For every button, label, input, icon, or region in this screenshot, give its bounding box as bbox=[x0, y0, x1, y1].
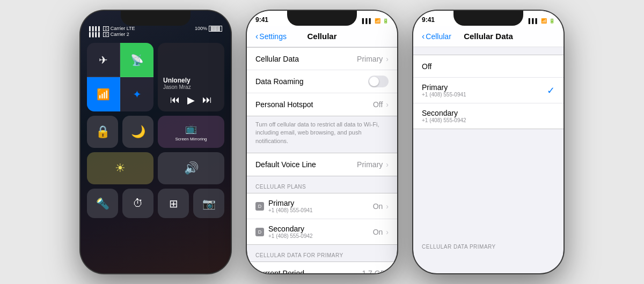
status-icons-3: ▌▌▌ 📶 🔋 bbox=[529, 18, 555, 24]
cellular-data-label: Cellular Data bbox=[255, 55, 357, 63]
connectivity-block[interactable]: ✈ 📡 📶 ✦ bbox=[87, 43, 153, 111]
time-3: 9:41 bbox=[422, 16, 435, 24]
status-icons-2: ▌▌▌ 📶 🔋 bbox=[362, 18, 389, 24]
rotation-lock-button[interactable]: 🔒 bbox=[87, 116, 118, 148]
camera-button[interactable]: 📷 bbox=[193, 189, 224, 218]
cellular-data-row[interactable]: Cellular Data Primary › bbox=[247, 48, 397, 70]
back-label: Settings bbox=[259, 32, 287, 41]
cellular-data-primary-header: CELLULAR DATA FOR PRIMARY bbox=[247, 245, 397, 261]
bluetooth-button[interactable]: ✦ bbox=[120, 77, 153, 111]
phone-1: ▌▌▌▌ D Carrier LTE 100% ▓▓▓ ▌▌▌▌ D Carri… bbox=[80, 11, 231, 273]
off-label: Off bbox=[422, 62, 555, 71]
flashlight-button[interactable]: 🔦 bbox=[87, 189, 118, 218]
phone-3: 9:41 ▌▌▌ 📶 🔋 ‹ Cellular Cellular Data bbox=[413, 11, 564, 273]
personal-hotspot-value: Off bbox=[373, 100, 383, 109]
phone-2-screen: 9:41 ▌▌▌ 📶 🔋 ‹ Settings Cellular bbox=[247, 11, 397, 273]
primary-select-label: Primary +1 (408) 555-0941 bbox=[422, 83, 543, 98]
carrier-2: ▌▌▌▌ D Carrier 2 bbox=[89, 32, 129, 37]
primary-plan-value: On bbox=[373, 202, 383, 211]
time-2: 9:41 bbox=[255, 16, 268, 24]
music-controls[interactable]: ⏮ ▶ ⏭ bbox=[163, 94, 219, 106]
settings-back-button[interactable]: ‹ Settings bbox=[255, 32, 287, 41]
phone-3-screen: 9:41 ▌▌▌ 📶 🔋 ‹ Cellular Cellular Data bbox=[413, 11, 564, 273]
bluetooth-icon: ✦ bbox=[133, 88, 142, 101]
carrier-lte: ▌▌▌▌ D Carrier LTE bbox=[89, 26, 135, 31]
music-title: Unlonely bbox=[163, 77, 219, 84]
signal-icon: ▌▌▌ bbox=[362, 18, 372, 24]
brightness-button[interactable]: ☀ bbox=[87, 152, 153, 184]
secondary-plan-value: On bbox=[373, 228, 383, 236]
cellular-settings: 9:41 ▌▌▌ 📶 🔋 ‹ Settings Cellular bbox=[247, 11, 397, 273]
primary-plan-label: Primary +1 (408) 555-0941 bbox=[268, 199, 373, 213]
cellular-data-primary-section-header: CELLULAR DATA PRIMARY bbox=[413, 236, 564, 253]
back-chevron-icon-3: ‹ bbox=[422, 32, 425, 41]
volume-button[interactable]: 🔊 bbox=[158, 152, 224, 184]
back-chevron-icon: ‹ bbox=[255, 32, 258, 41]
secondary-select-label: Secondary +1 (408) 555-0942 bbox=[422, 109, 555, 123]
secondary-plan-label: Secondary +1 (408) 555-0942 bbox=[268, 225, 373, 239]
primary-select-row[interactable]: Primary +1 (408) 555-0941 ✓ bbox=[413, 78, 564, 103]
off-row[interactable]: Off bbox=[413, 55, 564, 78]
cellular-button[interactable]: 📡 bbox=[120, 43, 153, 77]
status-row-2: ▌▌▌▌ D Carrier 2 bbox=[89, 32, 222, 37]
wifi-status-icon-3: 📶 bbox=[541, 18, 547, 24]
signal-icon-3: ▌▌▌ bbox=[529, 18, 539, 24]
personal-hotspot-row[interactable]: Personal Hotspot Off › bbox=[247, 93, 397, 116]
timer-icon: ⏱ bbox=[133, 197, 143, 210]
cellular-plans-header: CELLULAR PLANS bbox=[247, 176, 397, 193]
screen-mirror-icon: 📺 bbox=[185, 123, 197, 134]
wifi-status-icon: 📶 bbox=[375, 18, 380, 24]
cellular-data-value: Primary bbox=[357, 55, 383, 63]
empty-space bbox=[413, 129, 564, 236]
screen-mirror-label: Screen Mirroring bbox=[175, 137, 207, 141]
data-roaming-toggle[interactable] bbox=[368, 76, 389, 87]
default-voice-label: Default Voice Line bbox=[255, 160, 357, 169]
cellular-data-stats-table: Current Period 1.7 GB Current Period Roa… bbox=[247, 261, 397, 273]
music-tile[interactable]: Unlonely Jason Mraz ⏮ ▶ ⏭ bbox=[158, 43, 224, 111]
rotation-lock-icon: 🔒 bbox=[96, 125, 110, 139]
cellular-title: Cellular bbox=[307, 32, 336, 41]
airplane-icon: ✈ bbox=[99, 54, 108, 66]
flashlight-icon: 🔦 bbox=[96, 197, 109, 210]
secondary-select-sub: +1 (408) 555-0942 bbox=[422, 117, 555, 123]
secondary-select-row[interactable]: Secondary +1 (408) 555-0942 bbox=[413, 103, 564, 129]
default-voice-row[interactable]: Default Voice Line Primary › bbox=[247, 153, 397, 176]
primary-plan-sub: +1 (408) 555-0941 bbox=[268, 207, 373, 213]
airplane-mode-button[interactable]: ✈ bbox=[87, 43, 120, 77]
music-artist: Jason Mraz bbox=[163, 84, 219, 90]
screen-mirror-button[interactable]: 📺 Screen Mirroring bbox=[158, 116, 224, 148]
cellular-back-button[interactable]: ‹ Cellular bbox=[422, 32, 451, 41]
phone-2: 9:41 ▌▌▌ 📶 🔋 ‹ Settings Cellular bbox=[247, 11, 397, 273]
cellular-data-navbar: ‹ Cellular Cellular Data bbox=[413, 26, 564, 47]
primary-plan-icon: D bbox=[255, 202, 264, 211]
default-voice-chevron: › bbox=[386, 160, 389, 169]
primary-plan-row[interactable]: D Primary +1 (408) 555-0941 On › bbox=[247, 193, 397, 219]
wifi-button[interactable]: 📶 bbox=[87, 77, 120, 111]
volume-icon: 🔊 bbox=[184, 161, 199, 175]
secondary-plan-icon: D bbox=[255, 228, 264, 236]
current-period-value: 1.7 GB bbox=[362, 269, 385, 273]
phone-1-screen: ▌▌▌▌ D Carrier LTE 100% ▓▓▓ ▌▌▌▌ D Carri… bbox=[80, 11, 231, 273]
primary-checkmark-icon: ✓ bbox=[547, 85, 555, 96]
voice-line-table: Default Voice Line Primary › bbox=[247, 153, 397, 176]
cellular-data-select-table: Off Primary +1 (408) 555-0941 ✓ Secondar… bbox=[413, 55, 564, 129]
cellular-navbar: ‹ Settings Cellular bbox=[247, 26, 397, 47]
data-roaming-row[interactable]: Data Roaming bbox=[247, 70, 397, 93]
calculator-button[interactable]: ⊞ bbox=[158, 189, 189, 218]
brightness-icon: ☀ bbox=[115, 161, 126, 175]
prev-button[interactable]: ⏮ bbox=[170, 94, 180, 106]
current-period-row: Current Period 1.7 GB bbox=[247, 262, 397, 273]
do-not-disturb-button[interactable]: 🌙 bbox=[122, 116, 153, 148]
control-center: ▌▌▌▌ D Carrier LTE 100% ▓▓▓ ▌▌▌▌ D Carri… bbox=[80, 11, 231, 273]
next-button[interactable]: ⏭ bbox=[202, 94, 212, 106]
timer-button[interactable]: ⏱ bbox=[122, 189, 153, 218]
cellular-data-chevron: › bbox=[386, 55, 389, 63]
battery: 100% ▓▓▓ bbox=[195, 26, 222, 31]
cellular-content: Cellular Data Primary › Data Roaming Per… bbox=[247, 47, 397, 273]
status-bar-3: 9:41 ▌▌▌ 📶 🔋 bbox=[413, 11, 564, 26]
status-bar-2: 9:41 ▌▌▌ 📶 🔋 bbox=[247, 11, 397, 26]
wifi-icon: 📶 bbox=[97, 88, 110, 101]
status-row-1: ▌▌▌▌ D Carrier LTE 100% ▓▓▓ bbox=[89, 26, 222, 31]
play-button[interactable]: ▶ bbox=[187, 94, 195, 106]
secondary-plan-row[interactable]: D Secondary +1 (408) 555-0942 On › bbox=[247, 219, 397, 244]
